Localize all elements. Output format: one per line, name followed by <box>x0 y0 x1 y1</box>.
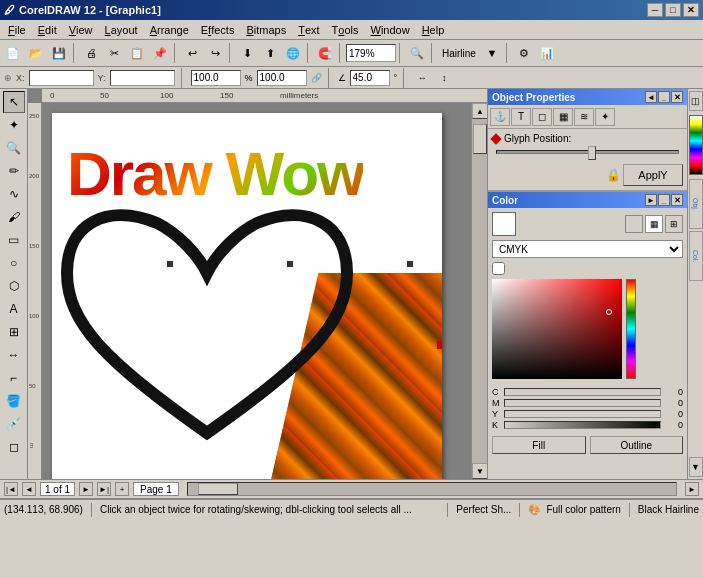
k-bar[interactable] <box>504 421 661 429</box>
fr-btn-1[interactable]: ◫ <box>689 91 703 111</box>
undo-button[interactable]: ↩ <box>181 42 203 64</box>
lock-icon[interactable]: 🔒 <box>603 165 623 185</box>
page-tab[interactable]: Page 1 <box>133 482 179 496</box>
menu-view[interactable]: View <box>63 20 99 39</box>
color-picker-gradient[interactable] <box>492 279 622 379</box>
menu-effects[interactable]: Effects <box>195 20 241 39</box>
menu-file[interactable]: File <box>2 20 32 39</box>
fr-btn-col[interactable]: Col. <box>689 231 703 281</box>
y-bar[interactable] <box>504 410 661 418</box>
mirror-v-button[interactable]: ↕ <box>435 69 453 87</box>
fr-scroll-down[interactable]: ▼ <box>689 457 703 477</box>
panel-tb-gradient[interactable]: ▦ <box>553 108 573 126</box>
next-page-btn[interactable]: ► <box>79 482 93 496</box>
menu-bitmaps[interactable]: Bitmaps <box>240 20 292 39</box>
apply-button[interactable]: ApplY <box>623 164 683 186</box>
fr-btn-obj[interactable]: Obj. <box>689 179 703 229</box>
color-panel-arrow[interactable]: ► <box>645 194 657 206</box>
panel-min-btn[interactable]: _ <box>658 91 670 103</box>
mirror-h-button[interactable]: ↔ <box>413 69 431 87</box>
print-button[interactable]: 🖨 <box>80 42 102 64</box>
zoom-input[interactable] <box>346 44 396 62</box>
bezier-tool[interactable]: ∿ <box>3 183 25 205</box>
handle-top-center[interactable] <box>287 261 293 267</box>
hscroll-right[interactable]: ► <box>685 482 699 496</box>
fill-color-preview[interactable] <box>492 212 516 236</box>
menu-help[interactable]: Help <box>416 20 451 39</box>
heart-shape[interactable] <box>57 183 357 473</box>
add-page-btn[interactable]: + <box>115 482 129 496</box>
panel-tb-text[interactable]: T <box>511 108 531 126</box>
glyph-slider-thumb[interactable] <box>588 146 596 160</box>
angle-input[interactable] <box>350 70 390 86</box>
height-input[interactable] <box>257 70 307 86</box>
panel-tb-anchor[interactable]: ⚓ <box>490 108 510 126</box>
vscroll-down[interactable]: ▼ <box>472 463 487 479</box>
menu-arrange[interactable]: Arrange <box>144 20 195 39</box>
panel-arrow-btn[interactable]: ◄ <box>645 91 657 103</box>
paste-button[interactable]: 📌 <box>149 42 171 64</box>
close-button[interactable]: ✕ <box>683 3 699 17</box>
panel-tb-shape[interactable]: ◻ <box>532 108 552 126</box>
ellipse-tool[interactable]: ○ <box>3 252 25 274</box>
no-color-checkbox[interactable] <box>492 262 505 275</box>
x-input[interactable]: 137.393 mm <box>29 70 94 86</box>
canvas-content[interactable]: Draw Wow × <box>42 103 471 479</box>
zoom-in-button[interactable]: 🔍 <box>406 42 428 64</box>
max-button[interactable]: □ <box>665 3 681 17</box>
color-mode-select[interactable]: CMYK RGB HSB <box>492 240 683 258</box>
swatch-btn-1[interactable] <box>625 215 643 233</box>
first-page-btn[interactable]: |◄ <box>4 482 18 496</box>
panel-tb-pattern[interactable]: ✦ <box>595 108 615 126</box>
vscroll-thumb[interactable] <box>473 124 487 154</box>
color-palette-strip[interactable] <box>689 115 703 175</box>
artistic-tool[interactable]: 🖌 <box>3 206 25 228</box>
handle-red-corner[interactable] <box>437 341 442 349</box>
glyph-slider-track[interactable] <box>496 150 679 154</box>
zoom-tool[interactable]: 🔍 <box>3 137 25 159</box>
panel-close-btn[interactable]: ✕ <box>671 91 683 103</box>
m-bar[interactable] <box>504 399 661 407</box>
export-button[interactable]: ⬆ <box>259 42 281 64</box>
polygon-tool[interactable]: ⬡ <box>3 275 25 297</box>
snap-button[interactable]: 🧲 <box>314 42 336 64</box>
eyedropper-tool[interactable]: 💉 <box>3 413 25 435</box>
menu-tools[interactable]: Tools <box>326 20 365 39</box>
handle-right[interactable] <box>407 261 413 267</box>
table-tool[interactable]: ⊞ <box>3 321 25 343</box>
hue-bar[interactable] <box>626 279 636 379</box>
dimension-tool[interactable]: ↔ <box>3 344 25 366</box>
menu-window[interactable]: Window <box>365 20 416 39</box>
vscroll-track[interactable] <box>472 119 487 463</box>
y-input[interactable]: 117.972 mm <box>110 70 175 86</box>
menu-layout[interactable]: Layout <box>99 20 144 39</box>
outline-button[interactable]: Outline <box>590 436 684 454</box>
new-button[interactable]: 📄 <box>2 42 24 64</box>
swatch-btn-2[interactable]: ▦ <box>645 215 663 233</box>
color-panel-min[interactable]: _ <box>658 194 670 206</box>
save-button[interactable]: 💾 <box>48 42 70 64</box>
c-bar[interactable] <box>504 388 661 396</box>
canvas-area[interactable]: 0 50 100 150 millimeters 250 200 150 100… <box>28 89 487 479</box>
freehand-tool[interactable]: ✏ <box>3 160 25 182</box>
rect-tool[interactable]: ▭ <box>3 229 25 251</box>
publish-button[interactable]: 🌐 <box>282 42 304 64</box>
cut-button[interactable]: ✂ <box>103 42 125 64</box>
swatch-btn-3[interactable]: ⊞ <box>665 215 683 233</box>
handle-top-left[interactable] <box>167 261 173 267</box>
color-panel-close[interactable]: ✕ <box>671 194 683 206</box>
vscroll-up[interactable]: ▲ <box>472 103 487 119</box>
hscroll-track[interactable] <box>187 482 677 496</box>
hscroll-thumb[interactable] <box>198 483 238 495</box>
lineweight-dropdown[interactable]: ▼ <box>481 42 503 64</box>
btn-extra2[interactable]: 📊 <box>536 42 558 64</box>
open-button[interactable]: 📂 <box>25 42 47 64</box>
connector-tool[interactable]: ⌐ <box>3 367 25 389</box>
copy-button[interactable]: 📋 <box>126 42 148 64</box>
node-tool[interactable]: ✦ <box>3 114 25 136</box>
text-tool[interactable]: A <box>3 298 25 320</box>
prev-page-btn[interactable]: ◄ <box>22 482 36 496</box>
fill-tool[interactable]: 🪣 <box>3 390 25 412</box>
width-input[interactable] <box>191 70 241 86</box>
menu-edit[interactable]: Edit <box>32 20 63 39</box>
